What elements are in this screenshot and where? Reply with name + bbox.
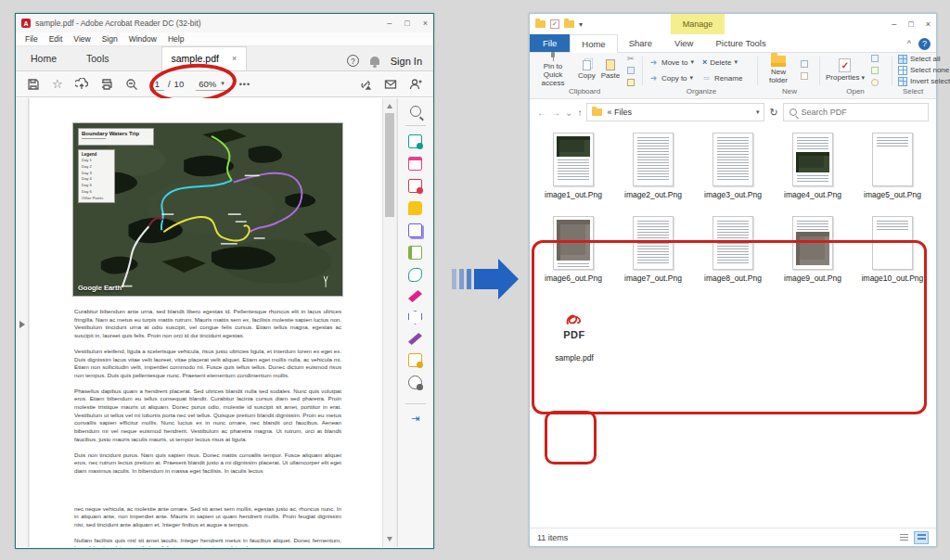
search-input[interactable] [802, 108, 922, 117]
share-upload-icon[interactable] [75, 78, 88, 91]
open-icon[interactable] [870, 65, 880, 75]
forward-icon[interactable]: → [551, 108, 560, 118]
paste-button[interactable]: Paste [601, 59, 620, 81]
move-to-button[interactable]: ➜Move to▾ [648, 56, 694, 69]
file-item[interactable]: image3_out.Png [693, 133, 773, 216]
more-tools-icon[interactable] [408, 375, 422, 389]
copy-path-icon[interactable] [625, 65, 635, 75]
paste-shortcut-icon[interactable] [625, 77, 635, 87]
zoom-out-icon[interactable] [125, 78, 138, 91]
chevron-down-icon[interactable]: ▾ [756, 108, 760, 116]
file-item[interactable]: image4_out.Png [773, 133, 853, 216]
sign-in-button[interactable]: Sign In [391, 56, 422, 67]
group-select-label: Select [888, 87, 938, 98]
protect-icon[interactable] [408, 311, 422, 325]
maximize-button[interactable]: □ [908, 19, 913, 29]
favorites-star-icon[interactable]: ☆ [52, 78, 63, 90]
select-none-button[interactable]: Select none [898, 66, 949, 75]
maximize-button[interactable]: □ [404, 19, 409, 28]
edit-icon[interactable] [870, 53, 880, 63]
menu-edit[interactable]: Edit [49, 34, 63, 44]
menu-help[interactable]: Help [168, 34, 184, 44]
acrobat-tools-pane: ⇥ [397, 98, 432, 547]
invert-selection-button[interactable]: Invert selection [898, 77, 950, 86]
edit-pdf-icon[interactable] [408, 157, 422, 171]
tab-tools[interactable]: Tools [71, 47, 124, 70]
export-pdf-icon[interactable] [408, 134, 422, 148]
tab-file[interactable]: File [530, 34, 570, 52]
tab-close-icon[interactable]: × [232, 54, 237, 63]
close-button[interactable]: × [926, 19, 931, 29]
comment-icon[interactable] [408, 201, 422, 215]
print-icon[interactable] [100, 78, 113, 91]
certificates-icon[interactable] [408, 333, 422, 345]
scrollbar-thumb[interactable] [385, 113, 394, 217]
up-icon[interactable]: ↑ [577, 108, 582, 118]
recent-locations-caret-icon[interactable]: ⌄ [565, 108, 572, 118]
tab-picture-tools[interactable]: Picture Tools [704, 34, 777, 52]
organize-pages-icon[interactable] [408, 246, 422, 260]
select-all-button[interactable]: Select all [898, 55, 940, 64]
email-icon[interactable] [384, 78, 397, 91]
fill-sign-icon[interactable] [408, 290, 422, 302]
manage-contextual-tab[interactable]: Manage [671, 14, 725, 34]
scan-ocr-icon[interactable] [408, 268, 422, 282]
refresh-icon[interactable]: ↻ [769, 107, 777, 119]
thumbnails-view-button[interactable] [914, 531, 929, 544]
checkmark-icon[interactable]: ✓ [550, 19, 559, 29]
more-tools-ellipsis-icon[interactable]: ••• [239, 80, 250, 89]
minimize-button[interactable]: – [892, 19, 896, 29]
search-icon[interactable] [410, 106, 421, 117]
open-tools-pane-icon[interactable]: ⇥ [411, 413, 419, 425]
map-subtitle-line [82, 138, 106, 140]
create-pdf-icon[interactable] [408, 179, 422, 193]
share-link-icon[interactable] [359, 78, 372, 91]
combine-files-icon[interactable] [408, 223, 422, 237]
delete-button[interactable]: ×Delete▾ [702, 56, 738, 69]
file-item[interactable]: image1_out.Png [533, 133, 613, 216]
copy-button[interactable]: Copy [578, 60, 596, 81]
copy-to-button[interactable]: ➜Copy to▾ [648, 71, 693, 84]
properties-button[interactable]: ✓ Properties▾ [826, 58, 865, 83]
back-icon[interactable]: ← [537, 108, 546, 118]
menu-view[interactable]: View [73, 34, 90, 44]
search-box[interactable] [783, 103, 929, 121]
menu-file[interactable]: File [25, 34, 38, 44]
tab-home[interactable]: Home [16, 47, 71, 70]
new-item-icon[interactable] [799, 71, 809, 82]
tab-view[interactable]: View [663, 34, 704, 52]
map-title: Boundary Waters Trip [82, 131, 150, 136]
details-view-button[interactable] [896, 531, 911, 544]
file-item[interactable]: image5_out.Png [853, 133, 932, 216]
help-icon[interactable]: ? [347, 55, 359, 67]
left-panel-collapsed[interactable] [17, 98, 29, 547]
tab-share[interactable]: Share [618, 34, 663, 52]
new-folder-button[interactable]: New folder [764, 56, 793, 85]
close-button[interactable]: × [423, 19, 428, 28]
folder-icon [564, 20, 574, 28]
document-scrollbar[interactable] [382, 98, 396, 547]
save-icon[interactable] [27, 78, 40, 91]
menu-sign[interactable]: Sign [102, 34, 118, 44]
cut-icon[interactable]: ✂ [625, 53, 635, 63]
notifications-bell-icon[interactable] [370, 57, 379, 65]
copy-icon [583, 60, 591, 70]
history-icon[interactable] [870, 77, 880, 87]
tab-home[interactable]: Home [570, 34, 617, 53]
collapse-ribbon-icon[interactable]: ^ [907, 39, 911, 48]
file-item[interactable]: image2_out.Png [613, 133, 693, 216]
breadcrumb[interactable]: « Files ▾ [586, 103, 764, 121]
scroll-up-icon[interactable] [387, 104, 392, 108]
minimize-button[interactable]: – [387, 19, 392, 28]
pin-to-quick-access-button[interactable]: Pin to Quick access [533, 52, 572, 87]
account-person-icon[interactable] [409, 78, 422, 91]
menu-window[interactable]: Window [129, 34, 157, 44]
request-signatures-icon[interactable] [408, 353, 422, 367]
help-icon[interactable]: ? [918, 38, 931, 50]
easy-access-icon[interactable] [799, 59, 809, 70]
rename-button[interactable]: ▭Rename [701, 71, 742, 84]
map-legend-item: Day 1 [82, 158, 111, 164]
scroll-down-icon[interactable] [387, 537, 392, 541]
qat-customize-caret-icon[interactable]: ▾ [579, 20, 583, 29]
expand-panel-arrow-icon[interactable] [19, 321, 25, 328]
